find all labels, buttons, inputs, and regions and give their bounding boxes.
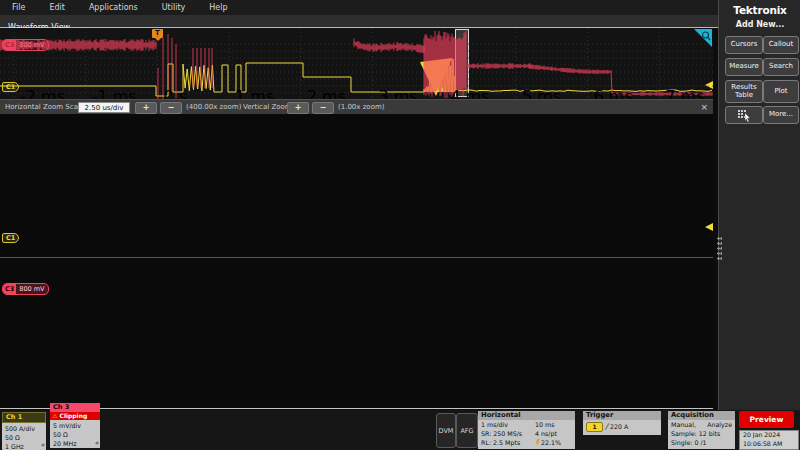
ch3-impedance: 50 Ω — [53, 430, 97, 439]
horizontal-panel-title: Horizontal — [478, 411, 575, 420]
menu-item-applications[interactable]: Applications — [77, 3, 150, 12]
histogram-icon — [737, 109, 751, 122]
capacity-icon — [535, 439, 540, 446]
record-length: RL: 2.5 Mpts — [481, 439, 520, 446]
overview-time-label: -2 ms — [20, 87, 65, 99]
hzoom-scale-input[interactable] — [78, 102, 130, 113]
vzoom-factor: (1.00x zoom) — [338, 103, 384, 111]
overview-time-label: 6 ms — [594, 87, 633, 99]
afg-button[interactable]: AFG — [456, 413, 478, 448]
tab-bar: Waveform View — [0, 15, 718, 28]
overview-time-label: 3 ms — [379, 87, 418, 99]
close-zoom-button[interactable]: × — [700, 102, 708, 112]
sample-resolution: 4 ns/pt — [535, 430, 557, 437]
overview-time-label: 2 ms — [307, 87, 346, 99]
add-new-header: Add New... — [719, 20, 800, 29]
rising-slope-icon: ∕ — [605, 422, 608, 431]
acquisition-sample: Sample: 12 bits — [671, 430, 720, 437]
sample-rate: SR: 250 MS/s — [481, 430, 522, 437]
ch3-scale: 5 mV/div — [53, 421, 97, 430]
histogram-button[interactable] — [725, 106, 763, 124]
acquisition-panel-title: Acquisition — [668, 411, 735, 420]
datetime-box: 20 Jan 2024 10:06:58 AM — [739, 430, 799, 450]
measure-button[interactable]: Measure — [725, 58, 763, 76]
vzoom-label: Vertical Zoom — [243, 103, 292, 111]
horizontal-scale: 1 ms/div — [481, 421, 508, 428]
ch3-badge-title: Ch 3 — [50, 403, 100, 412]
clipping-label: Clipping — [59, 412, 87, 419]
cursors-button[interactable]: Cursors — [725, 36, 763, 54]
menu-item-edit[interactable]: Edit — [37, 3, 77, 12]
menu-item-help[interactable]: Help — [197, 3, 239, 12]
hzoom-scale-label: Horizontal Zoom Scale — [5, 103, 84, 111]
ch1-scale: 500 A/div — [5, 424, 43, 433]
ch3-badge-body: 5 mV/div 50 Ω 20 MHz » — [50, 420, 100, 448]
dvm-button[interactable]: DVM — [436, 413, 456, 448]
hzoom-factor: (400.00x zoom) — [186, 103, 241, 111]
overview-time-label: -1 ms — [92, 87, 137, 99]
results-table-button[interactable]: Results Table — [725, 80, 763, 103]
ch1-bandwidth: 1 GHz — [5, 442, 43, 450]
ch3-badge-label: C3 — [3, 284, 16, 294]
ch1-impedance: 50 Ω — [5, 433, 43, 442]
overview-panel[interactable]: C3 800 mV C1 T -2 ms-1 ms0 s1 ms2 ms3 ms… — [0, 28, 713, 99]
ch3-badge-scale: 800 mV — [16, 284, 47, 294]
zoom-scale-toolbar: Horizontal Zoom Scale + − (400.00x zoom)… — [0, 99, 713, 115]
trigger-level: 220 A — [610, 423, 628, 430]
capacity-percent: 22.1% — [535, 439, 561, 446]
ch1-badge-body: 500 A/div 50 Ω 1 GHz » — [2, 423, 46, 450]
horizontal-panel[interactable]: Horizontal 1 ms/div 10 ms SR: 250 MS/s 4… — [478, 411, 575, 449]
ch3-clipping-warning: ⚠ Clipping — [50, 412, 100, 420]
callout-button[interactable]: Callout — [763, 36, 799, 54]
ch3-zoom-panel[interactable]: C3 800 mV — [0, 258, 713, 409]
acquisition-mode: Manual, — [671, 421, 696, 428]
acquisition-panel[interactable]: Acquisition Manual, Analyze Sample: 12 b… — [668, 411, 735, 449]
trigger-source-badge: 1 — [586, 422, 603, 432]
acquisition-analyze: Analyze — [707, 421, 732, 428]
trigger-panel[interactable]: Trigger 1 ∕ 220 A — [583, 411, 661, 435]
right-sidebar: Tektronix Add New... Cursors Callout Mea… — [718, 0, 800, 410]
vzoom-minus-button[interactable]: − — [312, 102, 334, 114]
ch1-zoom-badge[interactable]: C1 — [2, 233, 19, 243]
horizontal-window: 10 ms — [535, 421, 554, 428]
search-button[interactable]: Search — [763, 58, 799, 76]
warning-icon: ⚠ — [52, 412, 57, 419]
ch1-badge-title: Ch 1 — [2, 412, 46, 423]
trigger-panel-title: Trigger — [583, 411, 661, 420]
overview-time-label: 5 ms — [522, 87, 561, 99]
preview-button[interactable]: Preview — [739, 411, 794, 428]
acquisition-single: Single: 0 /1 — [671, 439, 707, 446]
tektronix-logo: Tektronix — [719, 4, 800, 16]
overview-time-label: 0 s — [163, 87, 187, 99]
hzoom-plus-button[interactable]: + — [135, 102, 157, 114]
more-button[interactable]: More... — [763, 106, 799, 124]
vzoom-plus-button[interactable]: + — [287, 102, 309, 114]
oscilloscope-app: FileEditApplicationsUtilityHelp Waveform… — [0, 0, 800, 450]
ch3-settings-badge[interactable]: Ch 3 ⚠ Clipping 5 mV/div 50 Ω 20 MHz » — [50, 403, 100, 448]
ch3-bandwidth: 20 MHz — [53, 439, 97, 448]
menu-item-file[interactable]: File — [0, 3, 37, 12]
hzoom-minus-button[interactable]: − — [160, 102, 182, 114]
overview-time-label: 7 ms — [665, 87, 704, 99]
overview-time-label: 1 ms — [235, 87, 274, 99]
menu-bar: FileEditApplicationsUtilityHelp — [0, 0, 718, 15]
menu-item-utility[interactable]: Utility — [150, 3, 198, 12]
overview-time-label: 4 ms — [450, 87, 489, 99]
ch1-settings-badge[interactable]: Ch 1 500 A/div 50 Ω 1 GHz » — [2, 412, 46, 450]
date-label: 20 Jan 2024 — [743, 431, 798, 440]
plot-button[interactable]: Plot — [763, 80, 799, 103]
ch3-zoom-badge[interactable]: C3 800 mV — [2, 283, 49, 295]
time-label: 10:06:58 AM — [743, 440, 798, 449]
ch1-trigger-level-arrow[interactable] — [705, 223, 713, 231]
ch1-zoom-panel[interactable]: C1 — [0, 114, 713, 258]
sidebar-drag-handle[interactable] — [717, 236, 722, 260]
